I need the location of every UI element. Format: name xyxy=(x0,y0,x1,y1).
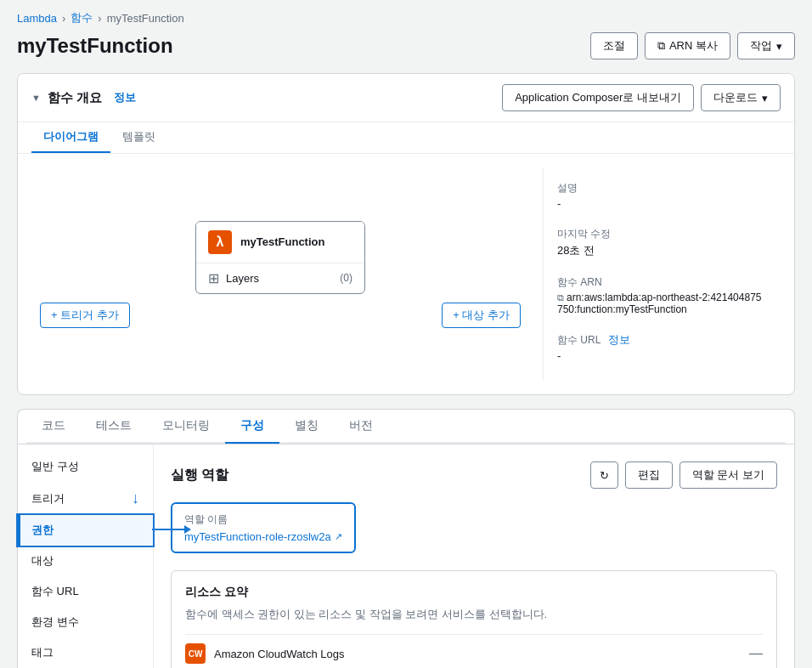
collapse-icon[interactable]: ▼ xyxy=(31,93,41,103)
layers-label: Layers xyxy=(226,272,333,285)
layers-icon: ⊞ xyxy=(208,270,219,286)
main-tabs-container: 코드 테스트 모니터링 구성 별칭 버전 xyxy=(17,409,795,444)
add-trigger-button[interactable]: + 트리거 추가 xyxy=(40,303,130,328)
description-section: 설명 - xyxy=(557,181,767,210)
sidebar-item-function-url[interactable]: 함수 URL xyxy=(18,576,153,607)
sidebar-item-tags[interactable]: 태그 xyxy=(18,637,153,668)
resource-row-cloudwatch[interactable]: CW Amazon CloudWatch Logs — xyxy=(185,634,763,668)
function-arn-value: ⧉arn:aws:lambda:ap-northeast-2:421404875… xyxy=(557,292,767,315)
tab-code[interactable]: 코드 xyxy=(26,410,81,444)
last-modified-value: 28초 전 xyxy=(557,243,767,258)
cloudwatch-icon: CW xyxy=(185,643,206,664)
copy-icon: ⧉ xyxy=(657,39,665,53)
execution-role-title: 실행 역할 xyxy=(171,467,228,484)
breadcrumb-current: myTestFunction xyxy=(107,12,184,25)
sidebar-item-destination[interactable]: 대상 xyxy=(18,546,153,576)
role-link-icon: ↗ xyxy=(335,531,342,542)
main-content: 실행 역할 ↻ 편집 역할 문서 보기 역할 이름 myTestFunction… xyxy=(154,444,794,668)
sidebar-item-env-vars[interactable]: 환경 변수 xyxy=(18,607,153,637)
role-name-container: 역할 이름 myTestFunction-role-rzoslw2a ↗ xyxy=(171,502,356,553)
layers-row[interactable]: ⊞ Layers (0) xyxy=(196,263,364,293)
execution-role-header: 실행 역할 ↻ 편집 역할 문서 보기 xyxy=(171,461,777,489)
layers-count: (0) xyxy=(340,272,352,284)
section-header: ▼ 함수 개요 정보 Application Composer로 내보내기 다운… xyxy=(18,74,794,122)
description-value: - xyxy=(557,197,767,210)
refresh-button[interactable]: ↻ xyxy=(590,461,618,489)
execution-role-actions: ↻ 편집 역할 문서 보기 xyxy=(590,461,777,489)
function-url-label: 함수 URL 정보 xyxy=(557,332,767,348)
role-name-box: 역할 이름 myTestFunction-role-rzoslw2a ↗ xyxy=(171,502,356,553)
tab-aliases[interactable]: 별칭 xyxy=(279,410,334,444)
function-url-section: 함수 URL 정보 - xyxy=(557,332,767,362)
breadcrumb-lambda[interactable]: Lambda xyxy=(17,12,57,25)
sidebar-item-trigger[interactable]: 트리거 ↓ xyxy=(18,482,153,515)
inner-tabs: 다이어그램 템플릿 xyxy=(18,122,794,154)
edit-button[interactable]: 조절 xyxy=(590,32,638,59)
trigger-arrow: ↓ xyxy=(132,490,139,507)
overview-info-link[interactable]: 정보 xyxy=(114,90,136,105)
function-node: λ myTestFunction ⊞ Layers (0) xyxy=(195,221,365,294)
tab-template[interactable]: 템플릿 xyxy=(110,122,167,153)
lambda-icon: λ xyxy=(208,230,232,254)
tab-versions[interactable]: 버전 xyxy=(334,410,388,444)
sidebar-item-permissions[interactable]: 권한 xyxy=(18,515,153,546)
sidebar-container: 일반 구성 트리거 ↓ 권한 대상 함수 URL 환경 변수 태그 xyxy=(18,444,154,668)
role-name-label: 역할 이름 xyxy=(184,512,342,527)
function-arn-label: 함수 ARN xyxy=(557,275,767,290)
diagram-area: λ myTestFunction ⊞ Layers (0) + 트리거 추가 +… xyxy=(18,154,794,394)
export-button[interactable]: Application Composer로 내보내기 xyxy=(502,84,694,111)
breadcrumb-sep-1: › xyxy=(62,12,65,25)
function-url-info-link[interactable]: 정보 xyxy=(608,333,630,346)
expand-icon[interactable]: — xyxy=(749,646,763,661)
tab-test[interactable]: 테스트 xyxy=(81,410,147,444)
diagram-center: λ myTestFunction ⊞ Layers (0) + 트리거 추가 +… xyxy=(31,167,529,381)
function-url-value: - xyxy=(557,349,767,362)
function-arn-section: 함수 ARN ⧉arn:aws:lambda:ap-northeast-2:42… xyxy=(557,275,767,315)
header-actions: 조절 ⧉ ARN 복사 작업 ▾ xyxy=(590,32,795,59)
add-target-button[interactable]: + 대상 추가 xyxy=(442,303,521,328)
resource-summary: 리소스 요약 함수에 액세스 권한이 있는 리소스 및 작업을 보려면 서비스를… xyxy=(171,570,777,668)
edit-role-button[interactable]: 편집 xyxy=(625,461,673,489)
download-button[interactable]: 다운로드 ▾ xyxy=(701,84,781,111)
role-name-link[interactable]: myTestFunction-role-rzoslw2a ↗ xyxy=(184,530,342,543)
function-node-title: myTestFunction xyxy=(240,235,324,248)
section-header-left: ▼ 함수 개요 정보 xyxy=(31,90,136,106)
page-header: myTestFunction 조절 ⧉ ARN 복사 작업 ▾ xyxy=(0,29,812,73)
page-title: myTestFunction xyxy=(17,34,173,58)
tab-diagram[interactable]: 다이어그램 xyxy=(31,122,110,153)
info-panel: 설명 - 마지막 수정 28초 전 함수 ARN ⧉arn:aws:lambda… xyxy=(543,167,781,381)
sidebar-item-general[interactable]: 일반 구성 xyxy=(18,451,153,482)
view-role-docs-button[interactable]: 역할 문서 보기 xyxy=(679,461,777,489)
function-overview-card: ▼ 함수 개요 정보 Application Composer로 내보내기 다운… xyxy=(17,73,795,395)
copy-arn-icon: ⧉ xyxy=(557,292,564,303)
last-modified-section: 마지막 수정 28초 전 xyxy=(557,227,767,258)
breadcrumb-functions[interactable]: 함수 xyxy=(70,10,93,25)
function-node-header: λ myTestFunction xyxy=(196,222,364,263)
last-modified-label: 마지막 수정 xyxy=(557,227,767,241)
action-button[interactable]: 작업 ▾ xyxy=(737,32,795,59)
tab-monitoring[interactable]: 모니터링 xyxy=(147,410,225,444)
diagram-actions: + 트리거 추가 + 대상 추가 xyxy=(31,303,529,328)
breadcrumb-sep-2: › xyxy=(98,12,101,25)
role-name-anchor[interactable]: myTestFunction-role-rzoslw2a xyxy=(184,530,331,543)
cloudwatch-name: Amazon CloudWatch Logs xyxy=(214,648,344,660)
resource-summary-desc: 함수에 액세스 권한이 있는 리소스 및 작업을 보려면 서비스를 선택합니다. xyxy=(185,607,763,622)
section-title: 함수 개요 xyxy=(48,90,102,106)
main-tabs: 코드 테스트 모니터링 구성 별칭 버전 xyxy=(26,410,786,444)
content-area: 일반 구성 트리거 ↓ 권한 대상 함수 URL 환경 변수 태그 실행 역할 … xyxy=(17,444,795,668)
resource-summary-title: 리소스 요약 xyxy=(185,585,763,600)
section-header-actions: Application Composer로 내보내기 다운로드 ▾ xyxy=(502,84,781,111)
download-dropdown-icon: ▾ xyxy=(762,92,768,105)
tab-configuration[interactable]: 구성 xyxy=(225,410,279,444)
action-dropdown-icon: ▾ xyxy=(776,40,782,53)
copy-arn-button[interactable]: ⧉ ARN 복사 xyxy=(645,32,730,59)
refresh-icon: ↻ xyxy=(600,469,609,482)
description-label: 설명 xyxy=(557,181,767,195)
breadcrumb: Lambda › 함수 › myTestFunction xyxy=(0,0,812,29)
sidebar-role-arrow xyxy=(152,525,191,534)
sidebar: 일반 구성 트리거 ↓ 권한 대상 함수 URL 환경 변수 태그 xyxy=(18,444,154,668)
